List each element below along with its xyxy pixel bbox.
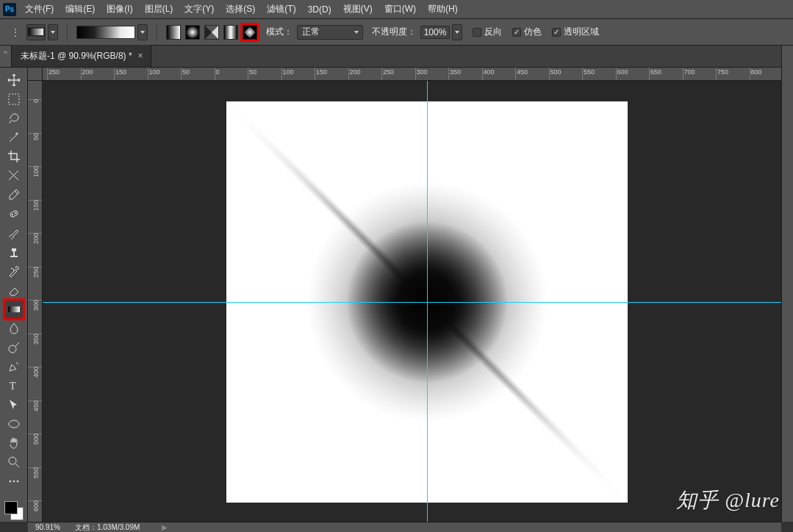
- canvas-viewport[interactable]: [43, 81, 781, 522]
- lasso-tool[interactable]: [4, 109, 24, 128]
- mode-label: 模式：: [266, 26, 293, 38]
- menu-edit[interactable]: 编辑(E): [60, 0, 101, 18]
- ruler-origin[interactable]: [28, 68, 43, 81]
- ruler-h-label: 700: [684, 68, 695, 76]
- edit-toolbar[interactable]: [4, 472, 24, 491]
- gradient-type-angle[interactable]: [204, 25, 219, 40]
- menu-bar: Ps 文件(F) 编辑(E) 图像(I) 图层(L) 文字(Y) 选择(S) 滤…: [0, 0, 793, 19]
- pen-tool[interactable]: [4, 357, 24, 376]
- ruler-h-label: 550: [584, 68, 595, 76]
- document-tab-close[interactable]: ×: [138, 51, 143, 61]
- type-tool[interactable]: T: [4, 376, 24, 395]
- svg-rect-4: [224, 26, 237, 39]
- ruler-h-label: 400: [484, 68, 495, 76]
- gradient-type-diamond[interactable]: [243, 25, 257, 40]
- gradient-type-radial[interactable]: [185, 25, 200, 40]
- guide-horizontal[interactable]: [43, 302, 781, 303]
- blend-mode-dropdown[interactable]: 正常: [297, 25, 363, 40]
- separator: [67, 24, 68, 41]
- gradient-tool[interactable]: [4, 300, 24, 319]
- right-panel-strip[interactable]: [781, 46, 793, 522]
- zoom-tool[interactable]: [4, 453, 24, 472]
- brush-tool[interactable]: [4, 223, 24, 242]
- ruler-h-label: 650: [650, 68, 661, 76]
- gradient-type-reflected[interactable]: [223, 25, 238, 40]
- hand-tool[interactable]: [4, 434, 24, 453]
- opacity-input[interactable]: 100%: [420, 26, 450, 39]
- menu-help[interactable]: 帮助(H): [422, 0, 464, 18]
- reverse-label: 反向: [484, 26, 502, 38]
- menu-file[interactable]: 文件(F): [19, 0, 60, 18]
- gradient-type-linear[interactable]: [166, 25, 181, 40]
- ruler-h-label: 200: [82, 68, 93, 76]
- menu-3d[interactable]: 3D(D): [302, 1, 337, 18]
- ruler-vertical[interactable]: 050100150200250300350400450500550600650: [28, 81, 43, 522]
- transparency-checkbox-wrap[interactable]: 透明区域: [552, 26, 599, 38]
- reverse-checkbox[interactable]: [473, 28, 481, 37]
- marquee-tool[interactable]: [4, 90, 24, 109]
- document-tab[interactable]: 未标题-1 @ 90.9%(RGB/8) * ×: [12, 45, 151, 67]
- tool-preset-button[interactable]: [26, 24, 46, 40]
- menu-filter[interactable]: 滤镜(T): [261, 0, 301, 18]
- opacity-dropdown[interactable]: [452, 24, 462, 40]
- healing-brush-tool[interactable]: [4, 204, 24, 223]
- ruler-h-label: 250: [383, 68, 394, 76]
- dodge-tool[interactable]: [4, 338, 24, 357]
- menu-image[interactable]: 图像(I): [101, 0, 138, 18]
- svg-point-17: [12, 481, 15, 483]
- status-doc[interactable]: 文档：1.03M/3.09M: [75, 522, 140, 533]
- clone-stamp-tool[interactable]: [4, 242, 24, 262]
- gradient-picker-dropdown[interactable]: [137, 24, 148, 40]
- transparency-label: 透明区域: [564, 26, 599, 38]
- status-zoom[interactable]: 90.91%: [35, 523, 60, 531]
- move-tool[interactable]: [4, 71, 24, 90]
- ruler-h-label: 750: [717, 68, 728, 76]
- options-bar: ⋮ 模式： 正常 不透明度： 100% 反向 仿色: [0, 19, 793, 46]
- menu-type[interactable]: 文字(Y): [179, 0, 220, 18]
- document-tab-bar: 未标题-1 @ 90.9%(RGB/8) * ×: [12, 46, 793, 68]
- menu-window[interactable]: 窗口(W): [378, 0, 422, 18]
- menu-select[interactable]: 选择(S): [220, 0, 261, 18]
- foreground-color-swatch[interactable]: [4, 501, 18, 514]
- left-dock-toggle[interactable]: »: [0, 46, 12, 68]
- crop-tool[interactable]: [4, 147, 24, 166]
- ruler-h-label: 250: [49, 68, 60, 76]
- ruler-h-label: 450: [517, 68, 528, 76]
- ruler-h-label: 50: [249, 68, 256, 76]
- tool-preset-dropdown[interactable]: [48, 24, 58, 40]
- eyedropper-tool[interactable]: [4, 185, 24, 204]
- menu-layer[interactable]: 图层(L): [139, 0, 179, 18]
- ruler-h-label: 100: [283, 68, 294, 76]
- path-select-tool[interactable]: [4, 395, 24, 414]
- separator: [157, 24, 157, 41]
- ruler-h-label: 0: [216, 68, 220, 76]
- color-swatches[interactable]: [3, 500, 25, 522]
- status-more-icon[interactable]: ▶: [162, 523, 168, 531]
- shape-tool[interactable]: [4, 414, 24, 434]
- ruler-v-label: 350: [32, 334, 40, 345]
- eraser-tool[interactable]: [4, 281, 24, 300]
- menu-view[interactable]: 视图(V): [337, 0, 378, 18]
- transparency-checkbox[interactable]: [552, 28, 561, 37]
- history-brush-tool[interactable]: [4, 262, 24, 281]
- ruler-v-label: 400: [32, 367, 40, 378]
- svg-point-10: [15, 212, 15, 213]
- svg-rect-1: [167, 26, 180, 39]
- gradient-preview[interactable]: [76, 26, 135, 39]
- dither-checkbox[interactable]: [512, 28, 521, 37]
- ruler-horizontal[interactable]: 2502001501005005010015020025030035040045…: [43, 68, 781, 81]
- ruler-v-label: 300: [32, 300, 40, 311]
- dither-label: 仿色: [524, 26, 542, 38]
- magic-wand-tool[interactable]: [4, 128, 24, 147]
- dither-checkbox-wrap[interactable]: 仿色: [512, 26, 542, 38]
- toolbox: T: [0, 68, 28, 522]
- slice-tool[interactable]: [4, 166, 24, 185]
- svg-rect-0: [28, 28, 43, 36]
- svg-rect-7: [9, 94, 19, 104]
- blur-tool[interactable]: [4, 319, 24, 338]
- ruler-v-label: 450: [32, 400, 40, 411]
- guide-vertical[interactable]: [427, 81, 428, 522]
- options-grip-icon[interactable]: ⋮: [10, 26, 21, 38]
- reverse-checkbox-wrap[interactable]: 反向: [473, 26, 502, 38]
- svg-point-16: [9, 481, 11, 483]
